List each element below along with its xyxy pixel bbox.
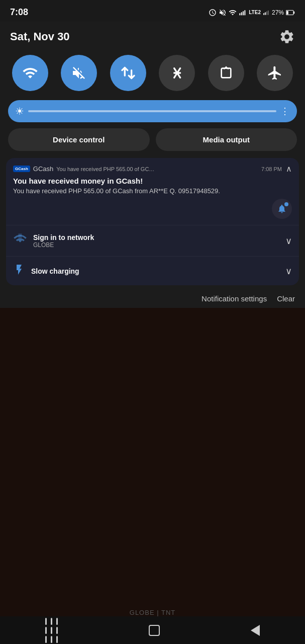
gcash-title: You have received money in GCash! — [13, 177, 292, 185]
network-icon — [13, 232, 27, 249]
settings-gear-icon[interactable] — [279, 29, 295, 45]
gcash-header: GCash GCash You have received PHP 565.00… — [13, 164, 292, 174]
svg-rect-1 — [241, 12, 242, 15]
home-icon — [149, 625, 160, 636]
recent-icon — [45, 618, 58, 643]
battery-icon — [286, 9, 295, 16]
charging-notification[interactable]: Slow charging ∨ — [6, 257, 299, 285]
svg-rect-2 — [243, 11, 244, 15]
date-row: Sat, Nov 30 — [0, 22, 305, 51]
wifi-status-icon — [229, 9, 237, 17]
svg-rect-6 — [266, 11, 267, 15]
charging-left: Slow charging — [13, 264, 79, 278]
lte2-label: LTE2 — [249, 10, 261, 15]
clear-button[interactable]: Clear — [277, 294, 295, 303]
tile-rotation[interactable] — [208, 55, 244, 91]
gcash-body: You have received PHP 565.00 of GCash fr… — [13, 187, 292, 195]
quick-tiles — [0, 51, 305, 98]
tile-data[interactable] — [110, 55, 146, 91]
status-icons: LTE2 27% — [209, 9, 295, 17]
notifications-area: GCash GCash You have received PHP 565.00… — [6, 158, 299, 285]
network-sub: GLOBE — [33, 242, 94, 249]
tile-sound[interactable] — [61, 55, 97, 91]
signal-icon — [239, 9, 247, 17]
back-icon — [251, 625, 260, 636]
svg-rect-4 — [263, 13, 264, 15]
signal2-icon — [263, 9, 270, 16]
tile-bluetooth[interactable] — [159, 55, 195, 91]
network-title: Sign in to network — [33, 233, 94, 242]
svg-rect-12 — [19, 233, 22, 238]
home-button[interactable] — [144, 620, 165, 641]
mute-icon — [219, 9, 227, 17]
network-texts: Sign in to network GLOBE — [33, 233, 94, 249]
notification-panel: Sat, Nov 30 ☀ ⋮ — [0, 22, 305, 308]
network-notification[interactable]: Sign in to network GLOBE ∨ — [6, 225, 299, 257]
svg-rect-9 — [293, 11, 294, 14]
gcash-notification[interactable]: GCash GCash You have received PHP 565.00… — [6, 158, 299, 225]
gcash-header-left: GCash GCash You have received PHP 565.00… — [13, 165, 261, 173]
gcash-app-name: GCash — [33, 165, 53, 173]
gcash-bell-row — [13, 199, 292, 219]
gcash-expand-icon[interactable]: ∧ — [286, 164, 292, 174]
charging-expand-icon[interactable]: ∨ — [285, 266, 292, 277]
brightness-menu-icon[interactable]: ⋮ — [280, 106, 290, 117]
recent-apps-button[interactable] — [40, 613, 63, 645]
device-control-button[interactable]: Device control — [8, 128, 150, 151]
tile-wifi[interactable] — [12, 55, 48, 91]
gcash-bell-button[interactable] — [272, 199, 292, 219]
gcash-preview: You have received PHP 565.00 of GCash fr… — [56, 166, 157, 172]
svg-rect-3 — [245, 10, 246, 15]
svg-rect-7 — [268, 10, 269, 15]
network-expand-icon[interactable]: ∨ — [285, 235, 292, 247]
gcash-logo: GCash — [13, 166, 30, 172]
alarm-icon — [209, 9, 217, 17]
charging-bolt-icon — [13, 264, 25, 278]
svg-rect-0 — [240, 13, 241, 15]
gcash-time: 7:08 PM — [261, 166, 282, 172]
bottom-actions: Notification settings Clear — [0, 285, 305, 308]
brightness-bar[interactable]: ☀ ⋮ — [8, 100, 297, 122]
network-left: Sign in to network GLOBE — [13, 232, 94, 249]
status-bar: 7:08 LTE2 27% — [0, 0, 305, 22]
status-time: 7:08 — [10, 7, 28, 18]
bell-dot — [284, 202, 288, 206]
charging-title: Slow charging — [31, 267, 79, 275]
svg-rect-10 — [286, 11, 288, 14]
date-display: Sat, Nov 30 — [10, 30, 70, 43]
brightness-icon: ☀ — [15, 105, 24, 117]
control-buttons: Device control Media output — [8, 128, 297, 151]
media-output-button[interactable]: Media output — [156, 128, 297, 151]
tile-airplane[interactable] — [257, 55, 293, 91]
navigation-bar — [0, 616, 305, 644]
svg-rect-11 — [221, 68, 231, 78]
notification-settings-button[interactable]: Notification settings — [201, 294, 267, 303]
brightness-fill — [28, 110, 276, 112]
carrier-text: GLOBE | TNT — [130, 609, 175, 616]
battery-percentage: 27% — [272, 9, 284, 16]
svg-rect-5 — [265, 12, 266, 15]
back-button[interactable] — [246, 620, 265, 641]
